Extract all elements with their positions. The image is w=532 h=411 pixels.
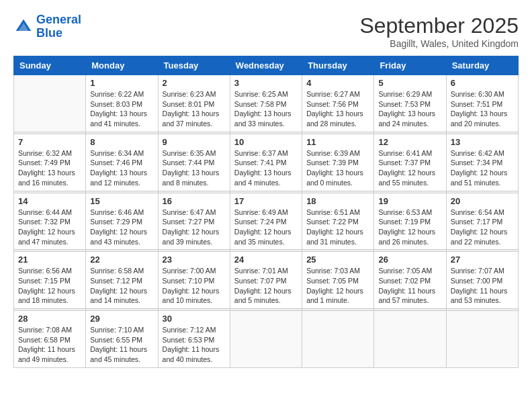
day-number: 9 [163,137,226,147]
day-number: 12 [378,137,441,147]
day-cell: 5Sunrise: 6:29 AM Sunset: 7:53 PM Daylig… [374,75,446,132]
day-info: Sunrise: 6:27 AM Sunset: 7:56 PM Dayligh… [306,89,369,129]
day-number: 5 [378,78,441,88]
day-info: Sunrise: 6:56 AM Sunset: 7:15 PM Dayligh… [18,266,81,306]
header-cell-monday: Monday [86,56,158,75]
day-cell: 16Sunrise: 6:47 AM Sunset: 7:27 PM Dayli… [158,193,230,250]
day-cell: 28Sunrise: 7:08 AM Sunset: 6:58 PM Dayli… [14,311,86,368]
logo-text: General Blue [36,13,81,40]
day-cell: 6Sunrise: 6:30 AM Sunset: 7:51 PM Daylig… [446,75,518,132]
day-info: Sunrise: 7:01 AM Sunset: 7:07 PM Dayligh… [234,266,298,306]
day-cell: 1Sunrise: 6:22 AM Sunset: 8:03 PM Daylig… [86,75,158,132]
day-info: Sunrise: 6:49 AM Sunset: 7:24 PM Dayligh… [234,208,298,247]
day-cell: 11Sunrise: 6:39 AM Sunset: 7:39 PM Dayli… [302,134,374,191]
day-cell: 10Sunrise: 6:37 AM Sunset: 7:41 PM Dayli… [230,134,302,191]
day-info: Sunrise: 7:05 AM Sunset: 7:02 PM Dayligh… [378,266,441,306]
day-cell: 4Sunrise: 6:27 AM Sunset: 7:56 PM Daylig… [302,75,374,132]
day-number: 29 [90,314,153,324]
title-area: September 2025 Bagillt, Wales, United Ki… [359,13,519,49]
day-number: 15 [90,196,153,206]
header: General Blue September 2025 Bagillt, Wal… [13,13,519,49]
header-cell-friday: Friday [374,56,446,75]
day-info: Sunrise: 6:41 AM Sunset: 7:37 PM Dayligh… [378,148,441,188]
week-row-1: 7Sunrise: 6:32 AM Sunset: 7:49 PM Daylig… [14,134,519,191]
day-number: 21 [18,255,81,265]
week-row-2: 14Sunrise: 6:44 AM Sunset: 7:32 PM Dayli… [14,193,519,250]
day-cell: 8Sunrise: 6:34 AM Sunset: 7:46 PM Daylig… [86,134,158,191]
day-info: Sunrise: 6:54 AM Sunset: 7:17 PM Dayligh… [451,208,514,247]
day-info: Sunrise: 6:35 AM Sunset: 7:44 PM Dayligh… [163,148,226,188]
day-cell: 9Sunrise: 6:35 AM Sunset: 7:44 PM Daylig… [158,134,230,191]
calendar-body: 1Sunrise: 6:22 AM Sunset: 8:03 PM Daylig… [14,75,519,368]
day-cell: 23Sunrise: 7:00 AM Sunset: 7:10 PM Dayli… [158,252,230,309]
day-cell: 30Sunrise: 7:12 AM Sunset: 6:53 PM Dayli… [158,311,230,368]
day-info: Sunrise: 7:12 AM Sunset: 6:53 PM Dayligh… [163,325,226,365]
day-cell: 14Sunrise: 6:44 AM Sunset: 7:32 PM Dayli… [14,193,86,250]
header-cell-saturday: Saturday [446,56,518,75]
day-info: Sunrise: 6:51 AM Sunset: 7:22 PM Dayligh… [306,208,369,247]
day-info: Sunrise: 6:30 AM Sunset: 7:51 PM Dayligh… [451,89,514,129]
day-cell: 25Sunrise: 7:03 AM Sunset: 7:05 PM Dayli… [302,252,374,309]
day-cell: 22Sunrise: 6:58 AM Sunset: 7:12 PM Dayli… [86,252,158,309]
day-cell: 7Sunrise: 6:32 AM Sunset: 7:49 PM Daylig… [14,134,86,191]
day-cell: 15Sunrise: 6:46 AM Sunset: 7:29 PM Dayli… [86,193,158,250]
day-number: 30 [163,314,226,324]
day-number: 13 [451,137,514,147]
day-number: 10 [234,137,298,147]
day-number: 14 [18,196,81,206]
day-cell: 20Sunrise: 6:54 AM Sunset: 7:17 PM Dayli… [446,193,518,250]
day-number: 17 [234,196,298,206]
day-cell: 13Sunrise: 6:42 AM Sunset: 7:34 PM Dayli… [446,134,518,191]
day-number: 3 [234,78,298,88]
day-cell: 26Sunrise: 7:05 AM Sunset: 7:02 PM Dayli… [374,252,446,309]
day-number: 28 [18,314,81,324]
day-number: 11 [306,137,369,147]
day-info: Sunrise: 7:03 AM Sunset: 7:05 PM Dayligh… [306,266,369,306]
day-info: Sunrise: 6:23 AM Sunset: 8:01 PM Dayligh… [163,89,226,129]
day-info: Sunrise: 7:10 AM Sunset: 6:55 PM Dayligh… [90,325,153,365]
day-cell [14,75,86,132]
day-number: 20 [451,196,514,206]
header-row: SundayMondayTuesdayWednesdayThursdayFrid… [14,56,519,75]
header-cell-sunday: Sunday [14,56,86,75]
day-cell [302,311,374,368]
week-row-3: 21Sunrise: 6:56 AM Sunset: 7:15 PM Dayli… [14,252,519,309]
day-cell: 21Sunrise: 6:56 AM Sunset: 7:15 PM Dayli… [14,252,86,309]
day-info: Sunrise: 6:44 AM Sunset: 7:32 PM Dayligh… [18,208,81,247]
logo-icon [13,17,34,37]
day-info: Sunrise: 6:22 AM Sunset: 8:03 PM Dayligh… [90,89,153,129]
day-cell: 17Sunrise: 6:49 AM Sunset: 7:24 PM Dayli… [230,193,302,250]
day-number: 26 [378,255,441,265]
calendar-header: SundayMondayTuesdayWednesdayThursdayFrid… [14,56,519,75]
day-cell: 2Sunrise: 6:23 AM Sunset: 8:01 PM Daylig… [158,75,230,132]
day-number: 4 [306,78,369,88]
day-number: 6 [451,78,514,88]
day-info: Sunrise: 7:08 AM Sunset: 6:58 PM Dayligh… [18,325,81,365]
day-number: 18 [306,196,369,206]
day-info: Sunrise: 6:39 AM Sunset: 7:39 PM Dayligh… [306,148,369,188]
day-number: 19 [378,196,441,206]
day-cell: 29Sunrise: 7:10 AM Sunset: 6:55 PM Dayli… [86,311,158,368]
day-number: 8 [90,137,153,147]
day-number: 27 [451,255,514,265]
header-cell-wednesday: Wednesday [230,56,302,75]
week-row-0: 1Sunrise: 6:22 AM Sunset: 8:03 PM Daylig… [14,75,519,132]
day-number: 24 [234,255,298,265]
calendar: SundayMondayTuesdayWednesdayThursdayFrid… [13,56,519,368]
page-subtitle: Bagillt, Wales, United Kingdom [359,38,519,49]
day-number: 22 [90,255,153,265]
day-number: 16 [163,196,226,206]
logo: General Blue [13,13,81,40]
day-info: Sunrise: 6:47 AM Sunset: 7:27 PM Dayligh… [163,208,226,247]
day-info: Sunrise: 7:00 AM Sunset: 7:10 PM Dayligh… [163,266,226,306]
day-number: 2 [163,78,226,88]
day-info: Sunrise: 6:53 AM Sunset: 7:19 PM Dayligh… [378,208,441,247]
day-info: Sunrise: 6:29 AM Sunset: 7:53 PM Dayligh… [378,89,441,129]
day-number: 25 [306,255,369,265]
day-cell [374,311,446,368]
header-cell-thursday: Thursday [302,56,374,75]
day-cell: 24Sunrise: 7:01 AM Sunset: 7:07 PM Dayli… [230,252,302,309]
page-title: September 2025 [359,13,519,38]
day-info: Sunrise: 6:46 AM Sunset: 7:29 PM Dayligh… [90,208,153,247]
day-cell: 27Sunrise: 7:07 AM Sunset: 7:00 PM Dayli… [446,252,518,309]
